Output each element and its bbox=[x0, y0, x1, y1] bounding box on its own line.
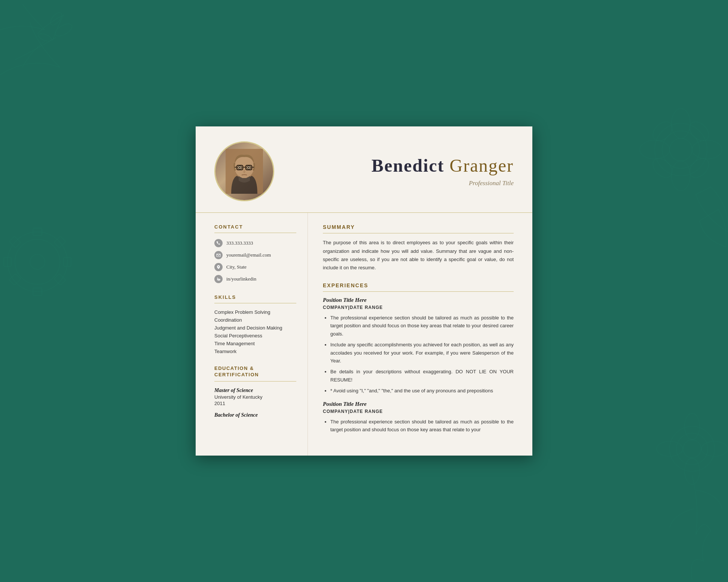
skill-5: Time Management bbox=[214, 341, 296, 346]
svg-rect-8 bbox=[4, 257, 11, 266]
summary-section: Summary The purpose of this area is to d… bbox=[323, 224, 514, 272]
bullets-1: The professional experience section shou… bbox=[323, 314, 514, 395]
contact-email: youremail@email.com bbox=[214, 251, 296, 259]
svg-point-4 bbox=[15, 239, 60, 284]
skills-divider bbox=[214, 303, 296, 303]
contact-location: City, State bbox=[214, 263, 296, 271]
skill-2: Coordination bbox=[214, 317, 296, 323]
svg-point-22 bbox=[686, 155, 713, 181]
svg-point-0 bbox=[53, 21, 74, 39]
svg-rect-11 bbox=[54, 236, 65, 248]
sidebar: Contact 333.333.3333 bbox=[196, 213, 308, 455]
skill-4: Social Perceptiveness bbox=[214, 333, 296, 339]
skill-1: Complex Problem Solving bbox=[214, 309, 296, 315]
summary-divider bbox=[323, 233, 514, 233]
header-text: Benedict Granger Professional Title bbox=[289, 156, 514, 187]
svg-point-2 bbox=[37, 32, 52, 42]
experiences-heading: Experiences bbox=[323, 282, 514, 288]
phone-value: 333.333.3333 bbox=[226, 240, 253, 246]
skills-section: Skills Complex Problem Solving Coordinat… bbox=[214, 294, 296, 354]
svg-point-26 bbox=[676, 433, 708, 465]
resume-container: Benedict Granger Professional Title Cont… bbox=[196, 126, 532, 455]
summary-heading: Summary bbox=[323, 224, 514, 230]
svg-point-23 bbox=[686, 118, 713, 145]
candidate-name: Benedict Granger bbox=[289, 156, 514, 176]
svg-point-5 bbox=[30, 254, 45, 269]
school-1: University of Kentucky bbox=[214, 394, 296, 400]
bullet-2-1: The professional experience section shou… bbox=[330, 418, 514, 434]
svg-point-27 bbox=[683, 440, 701, 458]
contact-section: Contact 333.333.3333 bbox=[214, 224, 296, 283]
bullet-1-3: Be details in your descriptions without … bbox=[330, 368, 514, 384]
skill-6: Teamwork bbox=[214, 349, 296, 354]
contact-heading: Contact bbox=[214, 224, 296, 230]
svg-point-50 bbox=[217, 278, 218, 278]
svg-point-19 bbox=[640, 140, 670, 159]
svg-point-24 bbox=[649, 155, 676, 181]
contact-divider bbox=[214, 233, 296, 233]
phone-icon bbox=[214, 239, 223, 247]
summary-text: The purpose of this area is to direct em… bbox=[323, 239, 514, 272]
svg-point-3 bbox=[7, 232, 67, 292]
svg-point-47 bbox=[218, 266, 219, 267]
svg-point-28 bbox=[685, 413, 700, 439]
email-icon bbox=[214, 251, 223, 259]
experience-entry-2: Position Title Here COMPANY|DATE RANGE T… bbox=[323, 401, 514, 434]
bullet-1-4: * Avoid using "I," "and," "the," and the… bbox=[330, 387, 514, 395]
svg-point-44 bbox=[239, 167, 241, 168]
avatar-wrapper bbox=[214, 141, 274, 201]
degree-1: Master of Science bbox=[214, 388, 296, 393]
svg-point-17 bbox=[672, 108, 690, 138]
first-name: Benedict bbox=[371, 156, 444, 175]
svg-rect-49 bbox=[217, 279, 218, 281]
skills-heading: Skills bbox=[214, 294, 296, 300]
location-icon bbox=[214, 263, 223, 271]
avatar-image bbox=[215, 143, 273, 200]
contact-phone: 333.333.3333 bbox=[214, 239, 296, 247]
experiences-divider bbox=[323, 291, 514, 292]
bullet-1-2: Include any specific accomplishments you… bbox=[330, 341, 514, 365]
svg-rect-6 bbox=[33, 228, 42, 236]
company-1: COMPANY|DATE RANGE bbox=[323, 305, 514, 310]
svg-point-18 bbox=[672, 161, 690, 191]
location-value: City, State bbox=[226, 264, 247, 270]
linkedin-value: in/yourlinkedin bbox=[226, 276, 256, 282]
contact-linkedin: in/yourlinkedin bbox=[214, 275, 296, 283]
svg-point-29 bbox=[685, 458, 700, 484]
svg-point-15 bbox=[662, 131, 700, 168]
svg-point-31 bbox=[701, 441, 728, 456]
svg-point-25 bbox=[670, 426, 715, 471]
experience-entry-1: Position Title Here COMPANY|DATE RANGE T… bbox=[323, 297, 514, 395]
svg-rect-7 bbox=[33, 288, 42, 295]
resume-header: Benedict Granger Professional Title bbox=[196, 126, 532, 213]
company-2: COMPANY|DATE RANGE bbox=[323, 409, 514, 414]
education-section: EDUCATION &CERTIFICATION Master of Scien… bbox=[214, 365, 296, 418]
avatar bbox=[214, 141, 274, 201]
education-divider bbox=[214, 381, 296, 382]
bullets-2: The professional experience section shou… bbox=[323, 418, 514, 434]
svg-rect-12 bbox=[9, 273, 21, 285]
svg-point-14 bbox=[655, 123, 707, 176]
year-1: 2011 bbox=[214, 401, 296, 406]
position-1: Position Title Here bbox=[323, 297, 514, 303]
degree-2: Bachelor of Science bbox=[214, 412, 296, 418]
svg-point-45 bbox=[248, 167, 250, 168]
svg-rect-13 bbox=[54, 273, 65, 285]
bullet-1-1: The professional experience section shou… bbox=[330, 314, 514, 338]
svg-point-1 bbox=[48, 10, 64, 27]
svg-point-30 bbox=[657, 441, 683, 456]
education-entry-1: Master of Science University of Kentucky… bbox=[214, 388, 296, 406]
email-value: youremail@email.com bbox=[226, 252, 271, 258]
svg-point-21 bbox=[649, 118, 676, 145]
svg-rect-9 bbox=[64, 257, 71, 266]
education-heading: EDUCATION &CERTIFICATION bbox=[214, 365, 296, 378]
last-name: Granger bbox=[450, 156, 514, 175]
professional-title: Professional Title bbox=[289, 180, 514, 187]
resume-body: Contact 333.333.3333 bbox=[196, 213, 532, 455]
main-content: Summary The purpose of this area is to d… bbox=[308, 213, 532, 455]
svg-rect-10 bbox=[9, 236, 21, 248]
education-entry-2: Bachelor of Science bbox=[214, 412, 296, 418]
svg-point-20 bbox=[692, 140, 722, 159]
position-2: Position Title Here bbox=[323, 401, 514, 407]
linkedin-icon bbox=[214, 275, 223, 283]
